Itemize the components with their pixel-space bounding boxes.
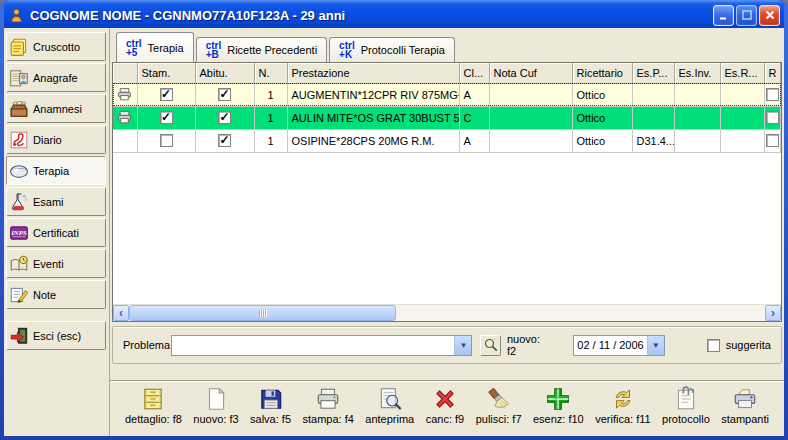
sidebar-item-esami[interactable]: Esami [6, 187, 106, 216]
salva-button[interactable]: salva: f5 [247, 385, 294, 436]
scroll-left-button[interactable] [113, 305, 129, 321]
cell-nota-cuf [489, 129, 572, 152]
dettaglio-button[interactable]: dettaglio: f8 [122, 385, 185, 436]
sidebar-item-label: Eventi [33, 258, 64, 270]
chevron-down-icon[interactable] [454, 336, 471, 355]
cell-prestazione: AULIN MITE*OS GRAT 30BUST 50MG [287, 106, 459, 129]
toolbar-button-label: esenz: f10 [533, 413, 584, 425]
paperclip-sheet-icon [673, 386, 699, 412]
suggested-checkbox[interactable] [707, 339, 720, 352]
tab-protocolli-terapia[interactable]: ctrl+K Protocolli Terapia [329, 37, 455, 62]
notes-icon [9, 37, 29, 57]
chevron-down-icon[interactable] [647, 336, 664, 355]
sidebar-item-anagrafe[interactable]: Anagrafe [6, 63, 106, 92]
toolbar-button-label: pulisci: f7 [476, 413, 522, 425]
r-checkbox[interactable] [766, 134, 779, 147]
sidebar-item-certificati[interactable]: INPS Certificati [6, 218, 106, 247]
col-header-es-p[interactable]: Es.P... [632, 63, 674, 83]
sidebar-item-anamnesi[interactable]: Anamnesi [6, 94, 106, 123]
r-checkbox[interactable] [766, 88, 779, 101]
table-row[interactable]: 1 AUGMENTIN*12CPR RIV 875MG+125M A Ottic… [113, 83, 781, 106]
protocollo-button[interactable]: protocollo [659, 385, 713, 436]
cell-es-r [720, 83, 764, 106]
title-bar[interactable]: COGNOME NOME - CGNNMO77A10F123A - 29 ann… [4, 0, 784, 28]
stam-checkbox[interactable] [160, 134, 173, 147]
date-picker[interactable]: 02 / 11 / 2006 [573, 335, 664, 356]
cell-n: 1 [254, 83, 287, 106]
suggested-option[interactable]: suggerita [707, 339, 771, 352]
toolbar-button-label: stampanti [721, 413, 769, 425]
abitu-checkbox[interactable] [218, 134, 231, 147]
col-header-es-r[interactable]: Es.R... [720, 63, 764, 83]
stam-checkbox[interactable] [160, 111, 173, 124]
tab-terapia[interactable]: ctrl+5 Terapia [116, 32, 194, 62]
r-checkbox[interactable] [766, 111, 779, 124]
tab-label: Ricette Precedenti [227, 44, 317, 56]
sidebar-item-note[interactable]: Note [6, 280, 106, 309]
col-header-icon[interactable] [113, 63, 137, 83]
col-header-stam[interactable]: Stam. [137, 63, 195, 83]
nuovo-button[interactable]: nuovo: f3 [190, 385, 241, 436]
tab-ricette-precedenti[interactable]: ctrl+B Ricette Precedenti [196, 37, 327, 62]
pulisci-button[interactable]: pulisci: f7 [473, 385, 525, 436]
col-header-prestazione[interactable]: Prestazione [287, 63, 459, 83]
table-row[interactable]: 1 AULIN MITE*OS GRAT 30BUST 50MG C Ottic… [113, 106, 781, 129]
note-pencil-icon [9, 285, 29, 305]
tab-shortcut: ctrl+5 [126, 39, 142, 57]
col-header-r[interactable]: R [764, 63, 781, 83]
col-header-es-inv[interactable]: Es.Inv. [674, 63, 720, 83]
sidebar-item-cruscotto[interactable]: Cruscotto [6, 32, 106, 61]
cell-prestazione: OSIPINE*28CPS 20MG R.M. [287, 129, 459, 152]
close-button[interactable] [759, 5, 780, 26]
table-row[interactable]: 1 OSIPINE*28CPS 20MG R.M. A Ottico D31.4… [113, 129, 781, 152]
problem-combobox-value[interactable] [172, 336, 454, 355]
sidebar-item-terapia[interactable]: Terapia [6, 156, 106, 185]
sidebar-item-label: Terapia [33, 165, 69, 177]
stampanti-button[interactable]: stampanti [718, 385, 772, 436]
esenz-button[interactable]: esenz: f10 [530, 385, 587, 436]
sidebar-item-eventi[interactable]: Eventi [6, 249, 106, 278]
green-cross-icon [545, 386, 571, 412]
cell-es-inv [674, 106, 720, 129]
sidebar-item-diario[interactable]: Diario [6, 125, 106, 154]
scrollbar-track[interactable] [129, 305, 765, 321]
date-value[interactable]: 02 / 11 / 2006 [574, 336, 646, 355]
minimize-button[interactable] [713, 5, 734, 26]
scrollbar-thumb[interactable] [129, 305, 396, 321]
printer-icon [117, 110, 133, 125]
scroll-right-button[interactable] [765, 305, 781, 321]
stam-checkbox[interactable] [160, 88, 173, 101]
abitu-checkbox[interactable] [218, 111, 231, 124]
new-problem-label: nuovo: f2 [507, 333, 551, 357]
sidebar-item-label: Cruscotto [33, 41, 80, 53]
horizontal-scrollbar[interactable] [113, 304, 781, 321]
color-printer-icon [732, 386, 758, 412]
sidebar-item-esci[interactable]: Esci (esc) [6, 321, 106, 350]
delete-x-icon [432, 386, 458, 412]
sidebar-item-label: Anamnesi [33, 103, 82, 115]
flask-icon [9, 192, 29, 212]
inps-icon: INPS [9, 223, 29, 243]
cell-ricettario: Ottico [572, 106, 632, 129]
cell-cl: A [459, 129, 489, 152]
col-header-abitu[interactable]: Abitu. [195, 63, 254, 83]
exit-door-icon [9, 326, 29, 346]
search-button[interactable] [480, 335, 501, 356]
maximize-button[interactable] [736, 5, 757, 26]
printer-icon [117, 87, 133, 102]
sidebar-item-label: Note [33, 289, 56, 301]
cell-nota-cuf [489, 106, 572, 129]
stampa-button[interactable]: stampa: f4 [299, 385, 356, 436]
canc-button[interactable]: canc: f9 [423, 385, 468, 436]
col-header-cl[interactable]: Cl... [459, 63, 489, 83]
stethoscope-card-icon [9, 130, 29, 150]
problem-combobox[interactable] [171, 335, 472, 356]
col-header-ricettario[interactable]: Ricettario [572, 63, 632, 83]
verifica-button[interactable]: verifica: f11 [592, 385, 653, 436]
cell-nota-cuf [489, 83, 572, 106]
abitu-checkbox[interactable] [218, 88, 231, 101]
col-header-nota-cuf[interactable]: Nota Cuf [489, 63, 572, 83]
col-header-n[interactable]: N. [254, 63, 287, 83]
window-title: COGNOME NOME - CGNNMO77A10F123A - 29 ann… [30, 8, 708, 23]
anteprima-button[interactable]: anteprima [362, 385, 417, 436]
